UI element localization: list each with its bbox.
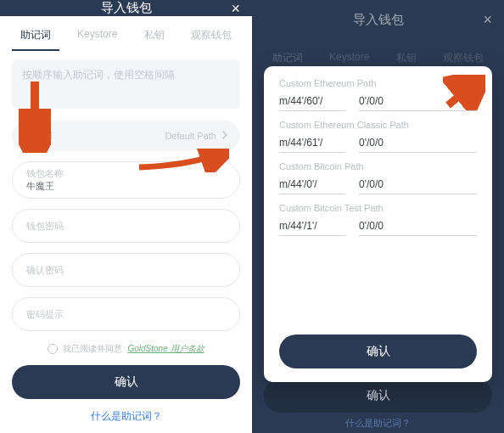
tab-privatekey[interactable]: 私钥 [141,28,168,51]
path-suffix-input[interactable]: 0'/0/0 [359,137,477,153]
path-group-btc-test: Custom Bitcoin Test Path m/44'/1'/ 0'/0/… [279,203,477,236]
password-hint-field[interactable]: 密码提示 [12,297,240,331]
tab-keystore[interactable]: Keystore [74,28,120,51]
path-title: Custom Ethereum Path [279,78,477,88]
confirm-label: 确认 [115,374,138,390]
confirm-password-field[interactable]: 确认密码 [12,253,240,287]
path-title: Custom Ethereum Classic Path [279,120,477,130]
path-suffix-input[interactable]: 0'/0/0 [359,95,477,111]
close-icon[interactable]: × [483,11,492,29]
path-label: PATH [24,130,53,142]
path-prefix-input[interactable]: m/44'/1'/ [279,220,345,236]
close-icon[interactable]: × [231,0,240,17]
path-group-eth: Custom Ethereum Path m/44'/60'/ 0'/0/0 [279,78,477,111]
terms-checkbox[interactable] [48,344,58,354]
wallet-password-label: 钱包密码 [26,220,226,233]
path-group-etc: Custom Ethereum Classic Path m/44'/61'/ … [279,120,477,153]
wallet-name-value: 牛魔王 [26,180,226,193]
path-suffix-input[interactable]: 0'/0/0 [359,220,477,236]
terms-link[interactable]: GoldStone 用户条款 [127,343,204,355]
path-suffix-input[interactable]: 0'/0/0 [359,178,477,194]
screen-right: 导入钱包 × 助记词 Keystore 私钥 观察钱包 确认 什么是助记词？ C… [252,0,504,433]
mnemonic-placeholder: 按顺序输入助记词，使用空格间隔 [22,69,175,81]
path-title: Custom Bitcoin Path [279,161,477,172]
wallet-password-field[interactable]: 钱包密码 [12,209,240,243]
terms-row: 我已阅读并同意 GoldStone 用户条款 [12,343,240,355]
wallet-name-field[interactable]: 钱包名称 牛魔王 [12,161,240,199]
path-value: Default Path [165,131,216,141]
header: 导入钱包 × [0,0,252,16]
path-modal: Custom Ethereum Path m/44'/60'/ 0'/0/0 C… [264,66,492,382]
header-title: 导入钱包 [353,12,404,28]
confirm-button[interactable]: 确认 [12,365,240,399]
wallet-name-label: 钱包名称 [26,167,226,180]
modal-confirm-button[interactable]: 确认 [279,335,477,368]
path-selector[interactable]: PATH Default Path [12,121,240,151]
tab-mnemonic[interactable]: 助记词 [17,28,54,51]
terms-text: 我已阅读并同意 [63,343,122,355]
header: 导入钱包 × [252,0,504,39]
path-group-btc: Custom Bitcoin Path m/44'/0'/ 0'/0/0 [279,161,477,194]
path-prefix-input[interactable]: m/44'/61'/ [279,137,345,153]
content: 按顺序输入助记词，使用空格间隔 PATH Default Path 钱包名称 牛… [0,51,252,433]
tabs: 助记词 Keystore 私钥 观察钱包 [0,16,252,51]
path-prefix-input[interactable]: m/44'/60'/ [279,95,345,111]
behind-confirm-button: 确认 [264,379,492,413]
confirm-password-label: 确认密码 [26,264,226,277]
behind-help-link: 什么是助记词？ [252,417,504,430]
tab-watch[interactable]: 观察钱包 [188,28,235,51]
mnemonic-input[interactable]: 按顺序输入助记词，使用空格间隔 [12,59,240,109]
password-hint-label: 密码提示 [26,308,226,321]
header-title: 导入钱包 [101,0,152,16]
path-prefix-input[interactable]: m/44'/0'/ [279,178,345,194]
chevron-right-icon [221,131,228,141]
modal-confirm-label: 确认 [367,344,390,359]
path-title: Custom Bitcoin Test Path [279,203,477,213]
screen-left: 导入钱包 × 助记词 Keystore 私钥 观察钱包 按顺序输入助记词，使用空… [0,0,252,433]
help-link[interactable]: 什么是助记词？ [12,399,240,433]
